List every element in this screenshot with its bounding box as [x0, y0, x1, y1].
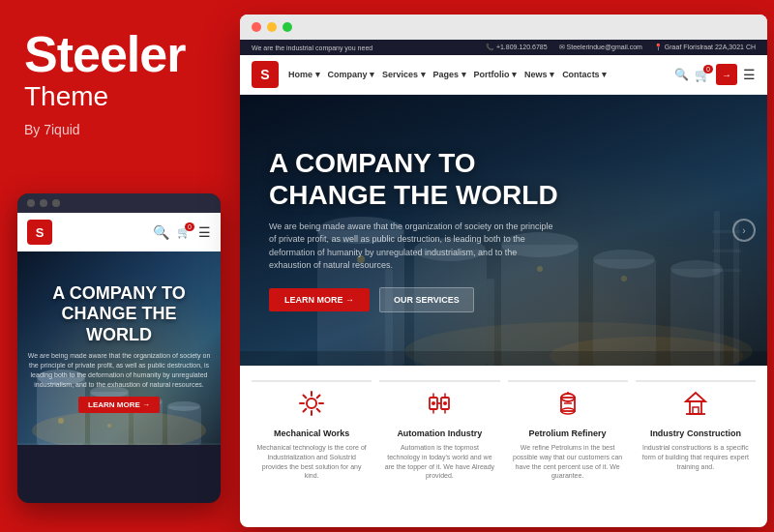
learn-more-button[interactable]: LEARN MORE → — [269, 288, 370, 311]
svg-point-10 — [58, 418, 64, 424]
svg-marker-47 — [686, 393, 705, 401]
service-desc-0: Mechanical technology is the core of Ind… — [256, 443, 367, 481]
site-nav-items: Home ▾ Company ▾ Services ▾ Pages ▾ Port… — [288, 70, 665, 79]
mobile-dot-3 — [52, 199, 60, 207]
nav-item-company[interactable]: Company ▾ — [328, 70, 375, 79]
mobile-dot-2 — [40, 199, 47, 207]
site-hero: A COMPANY TO CHANGE THE WORLD We are bei… — [240, 95, 767, 366]
service-card-1: Automation Industry Automation is the to… — [379, 380, 499, 488]
mobile-hero: A COMPANY TO CHANGE THE WORLD We are bei… — [17, 251, 221, 445]
browser-dot-red — [252, 22, 261, 32]
mobile-preview: S 🔍 🛒0 ☰ — [17, 193, 221, 503]
construction-icon — [640, 390, 751, 423]
hero-content: A COMPANY TO CHANGE THE WORLD We are bei… — [240, 148, 608, 311]
svg-point-40 — [443, 401, 447, 405]
service-desc-2: We refine Petrolums in the best possible… — [513, 443, 623, 481]
nav-arrow-button[interactable]: → — [716, 64, 737, 85]
service-desc-3: Industrial constructions is a specific f… — [640, 443, 751, 471]
svg-rect-33 — [712, 250, 741, 252]
slide-next-arrow[interactable]: › — [732, 219, 756, 242]
service-card-3: Industry Construction Industrial constru… — [636, 380, 756, 488]
cart-icon[interactable]: 🛒0 — [177, 226, 191, 239]
svg-point-39 — [432, 401, 435, 405]
site-nav: S Home ▾ Company ▾ Services ▾ Pages ▾ Po… — [240, 55, 767, 95]
svg-point-35 — [307, 399, 316, 408]
mobile-hero-content: A COMPANY TO CHANGE THE WORLD We are bei… — [17, 283, 221, 414]
mobile-hero-title: A COMPANY TO CHANGE THE WORLD — [27, 283, 211, 346]
topbar-address: 📍 Graaf Florislraat 22A,3021 CH — [654, 44, 756, 51]
service-name-0: Mechanical Works — [256, 429, 367, 438]
svg-point-28 — [621, 276, 627, 281]
left-panel: Steeler Theme By 7iquid S 🔍 🛒0 ☰ — [0, 0, 232, 532]
topbar-phone: 📞 +1.809.120.6785 — [486, 44, 548, 51]
browser-bar — [240, 15, 767, 40]
services-section: Mechanical Works Mechanical technology i… — [240, 366, 767, 498]
brand-title: Steeler — [24, 29, 208, 79]
search-icon[interactable]: 🔍 — [153, 224, 169, 240]
site-nav-right: 🔍 🛒0 → ☰ — [674, 64, 756, 85]
service-name-1: Automation Industry — [384, 429, 494, 438]
svg-rect-29 — [240, 351, 767, 366]
nav-hamburger-icon[interactable]: ☰ — [743, 67, 756, 82]
brand-subtitle: Theme — [24, 81, 208, 112]
mobile-hero-desc: We are being made aware that the organiz… — [27, 351, 211, 389]
nav-item-pages[interactable]: Pages ▾ — [433, 70, 466, 79]
desktop-preview: We are the industrial company you need 📞… — [240, 15, 767, 527]
svg-rect-31 — [733, 221, 739, 366]
nav-item-services[interactable]: Services ▾ — [382, 70, 426, 79]
service-name-2: Petrolium Refinery — [513, 429, 623, 438]
svg-point-11 — [107, 424, 111, 428]
hamburger-icon[interactable]: ☰ — [198, 224, 211, 240]
nav-item-portfolio[interactable]: Portfolio ▾ — [474, 70, 518, 79]
nav-item-home[interactable]: Home ▾ — [288, 70, 320, 79]
mobile-dot-1 — [27, 199, 35, 207]
nav-item-contacts[interactable]: Contacts ▾ — [562, 70, 607, 79]
svg-rect-34 — [712, 269, 741, 272]
service-card-2: Petrolium Refinery We refine Petrolums i… — [508, 380, 628, 488]
nav-search-icon[interactable]: 🔍 — [674, 68, 689, 81]
mobile-nav-icons: 🔍 🛒0 ☰ — [153, 224, 211, 240]
svg-rect-48 — [693, 407, 699, 414]
topbar-contacts: 📞 +1.809.120.6785 ✉ Steelerindue@gmail.c… — [486, 44, 756, 51]
topbar-tagline: We are the industrial company you need — [252, 44, 372, 51]
mobile-dots — [17, 193, 221, 213]
mobile-logo: S — [27, 220, 52, 245]
service-desc-1: Automation is the topmost technology in … — [384, 443, 494, 481]
hero-title: A COMPANY TO CHANGE THE WORLD — [269, 148, 579, 210]
hero-buttons: LEARN MORE → OUR SERVICES — [269, 287, 579, 312]
service-name-3: Industry Construction — [640, 429, 751, 438]
browser-dot-yellow — [267, 22, 277, 32]
our-services-button[interactable]: OUR SERVICES — [379, 287, 474, 312]
site-topbar: We are the industrial company you need 📞… — [240, 40, 767, 55]
brand-by: By 7iquid — [24, 122, 208, 137]
refinery-icon — [513, 390, 623, 423]
svg-rect-30 — [714, 211, 720, 366]
mechanical-icon — [256, 390, 367, 423]
mobile-learn-btn[interactable]: LEARN MORE → — [78, 397, 160, 413]
mobile-nav: S 🔍 🛒0 ☰ — [17, 213, 221, 251]
automation-icon — [384, 390, 494, 423]
hero-desc: We are being made aware that the organiz… — [269, 221, 559, 273]
site-nav-logo: S — [252, 61, 279, 88]
nav-cart-icon[interactable]: 🛒0 — [695, 68, 710, 82]
topbar-email: ✉ Steelerindue@gmail.com — [559, 44, 642, 51]
service-card-0: Mechanical Works Mechanical technology i… — [252, 380, 372, 488]
browser-dot-green — [283, 22, 292, 32]
nav-item-news[interactable]: News ▾ — [524, 70, 554, 79]
